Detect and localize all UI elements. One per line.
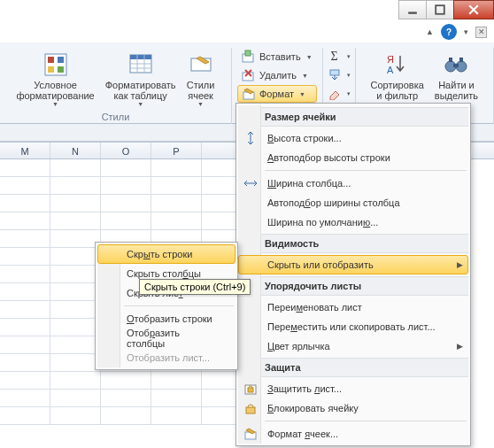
svg-rect-4	[58, 57, 64, 63]
ribbon-help-row: ▲ ? ▾ ✕	[426, 24, 487, 40]
svg-rect-0	[408, 12, 417, 13]
svg-text:А: А	[387, 65, 394, 75]
column-header[interactable]: P	[151, 143, 202, 158]
fill-button[interactable]: ▾	[325, 66, 353, 84]
lock-icon	[243, 400, 259, 416]
menu-item-default-width[interactable]: Ширина по умолчанию...	[238, 212, 468, 232]
format-as-table-button[interactable]: Форматировать как таблицу ▼	[102, 48, 180, 110]
cell-styles-icon	[187, 50, 215, 79]
eraser-icon	[328, 87, 342, 101]
svg-rect-24	[449, 58, 452, 62]
pane-close-icon[interactable]: ✕	[475, 27, 487, 38]
ribbon-collapse-icon[interactable]: ▲	[426, 27, 434, 36]
window-close-button[interactable]	[453, 0, 494, 19]
submenu-item-hide-rows[interactable]: Скрыть строки	[97, 244, 235, 264]
sort-filter-button[interactable]: ЯА Сортировка и фильтр ▼	[367, 48, 427, 110]
format-menu: Размер ячейки Высота строки... Автоподбо…	[235, 103, 471, 446]
chevron-down-icon: ▼	[137, 101, 143, 107]
clear-button[interactable]: ▾	[325, 85, 353, 103]
find-select-button[interactable]: Найти и выделить ▼	[431, 48, 482, 110]
format-button[interactable]: Формат▼	[237, 85, 317, 103]
svg-rect-3	[48, 57, 54, 63]
window-controls	[399, 0, 494, 19]
svg-rect-27	[248, 388, 253, 392]
column-header[interactable]: M	[0, 143, 50, 158]
menu-item-format-cells[interactable]: Формат ячеек...	[238, 424, 468, 444]
col-width-icon	[243, 175, 259, 191]
submenu-arrow-icon: ▶	[457, 342, 463, 351]
chevron-down-icon: ▾	[347, 90, 351, 97]
chevron-down-icon: ▾	[347, 72, 351, 79]
submenu-item-unhide-cols[interactable]: Отобразить столбцы	[97, 328, 235, 348]
svg-rect-23	[453, 64, 459, 67]
window-maximize-button[interactable]	[426, 0, 454, 19]
cell-styles-button[interactable]: Стили ячеек ▼	[183, 48, 219, 110]
column-header[interactable]: O	[101, 143, 151, 158]
group-title-styles: Стили	[5, 111, 226, 122]
menu-heading-protect: Защита	[238, 358, 468, 377]
svg-rect-6	[58, 66, 64, 73]
tooltip: Скрыть строки (Ctrl+9)	[139, 279, 251, 295]
table-icon	[127, 50, 155, 79]
menu-label: втоподбор высоты строки	[274, 152, 390, 163]
row-height-icon	[243, 130, 259, 146]
chevron-down-icon: ▼	[197, 101, 204, 107]
sort-filter-icon: ЯА	[383, 50, 412, 79]
fill-down-icon	[328, 68, 342, 82]
conditional-formatting-icon	[42, 50, 70, 79]
help-dropdown-icon[interactable]: ▾	[464, 27, 468, 36]
format-icon	[242, 87, 256, 101]
svg-rect-8	[130, 55, 151, 59]
menu-heading-organize: Упорядочить листы	[238, 276, 468, 296]
delete-button[interactable]: Удалить▼	[237, 66, 317, 84]
autosum-button[interactable]: Σ▾	[325, 48, 353, 66]
menu-separator	[124, 305, 234, 306]
window-minimize-button[interactable]	[398, 0, 427, 19]
insert-cells-icon	[242, 50, 256, 64]
menu-item-autofit-col[interactable]: Автоподбор ширины столбца	[238, 193, 468, 212]
svg-rect-28	[246, 407, 255, 413]
menu-label: ирина столбца...	[276, 178, 351, 189]
help-icon[interactable]: ?	[441, 24, 457, 40]
svg-rect-1	[436, 5, 444, 14]
sigma-icon: Σ	[328, 50, 342, 64]
menu-item-hide-unhide[interactable]: Скрыть или отобразить ▶	[238, 255, 468, 274]
svg-text:Я: Я	[387, 54, 394, 65]
column-header[interactable]: N	[50, 143, 101, 158]
menu-heading-visibility: Видимость	[238, 234, 468, 253]
ribbon-group-styles: Условное форматирование ▼ Форматировать …	[0, 48, 232, 124]
menu-item-autofit-row[interactable]: Автоподбор высоты строки	[238, 148, 468, 167]
delete-cells-icon	[242, 68, 256, 82]
chevron-down-icon: ▼	[52, 101, 58, 107]
menu-label: ысота строки...	[274, 133, 341, 143]
svg-rect-15	[245, 50, 251, 56]
binoculars-icon	[442, 50, 470, 79]
menu-separator	[265, 421, 467, 421]
hide-unhide-submenu: Скрыть строки Скрыть столбцы Скрыть лист…	[95, 242, 238, 370]
insert-button[interactable]: Вставить▼	[237, 48, 317, 66]
submenu-item-unhide-rows[interactable]: Отобразить строки	[97, 309, 235, 328]
svg-rect-25	[459, 58, 463, 62]
svg-rect-18	[330, 70, 339, 75]
chevron-down-icon: ▼	[302, 73, 308, 79]
submenu-arrow-icon: ▶	[457, 260, 463, 269]
menu-heading-size: Размер ячейки	[238, 107, 468, 127]
chevron-down-icon: ▾	[347, 53, 351, 60]
menu-item-move-copy[interactable]: Переместить или скопировать лист...	[238, 317, 468, 336]
svg-rect-5	[48, 66, 54, 73]
protect-sheet-icon	[243, 381, 259, 397]
menu-item-row-height[interactable]: Высота строки...	[238, 128, 468, 148]
format-cells-icon	[243, 426, 259, 442]
menu-item-rename-sheet[interactable]: Переименовать лист	[238, 297, 468, 317]
chevron-down-icon: ▼	[306, 54, 313, 60]
menu-item-tab-color[interactable]: Цвет ярлычка ▶	[238, 336, 468, 356]
menu-item-col-width[interactable]: Ширина столбца...	[238, 174, 468, 193]
menu-item-protect-sheet[interactable]: Защитить лист...	[238, 379, 468, 398]
chevron-down-icon: ▼	[299, 91, 305, 97]
menu-item-lock-cell[interactable]: Блокировать ячейку	[238, 398, 468, 418]
menu-separator	[265, 170, 467, 171]
submenu-item-unhide-sheet: Отобразить лист...	[97, 348, 235, 367]
conditional-formatting-button[interactable]: Условное форматирование ▼	[12, 48, 97, 110]
